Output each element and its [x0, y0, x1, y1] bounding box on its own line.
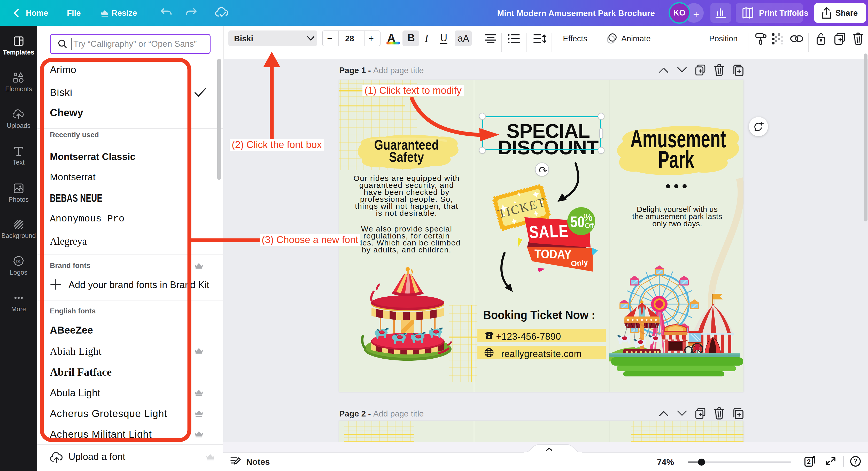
svg-text:Only: Only — [570, 258, 588, 268]
svg-text:SALE: SALE — [529, 221, 569, 242]
svg-text:TODAY: TODAY — [534, 247, 571, 261]
svg-text:Off: Off — [585, 222, 594, 229]
svg-text:%: % — [583, 212, 592, 223]
svg-text:2: 2 — [807, 458, 811, 466]
svg-text:co.: co. — [16, 259, 22, 263]
svg-text:50: 50 — [570, 213, 585, 230]
